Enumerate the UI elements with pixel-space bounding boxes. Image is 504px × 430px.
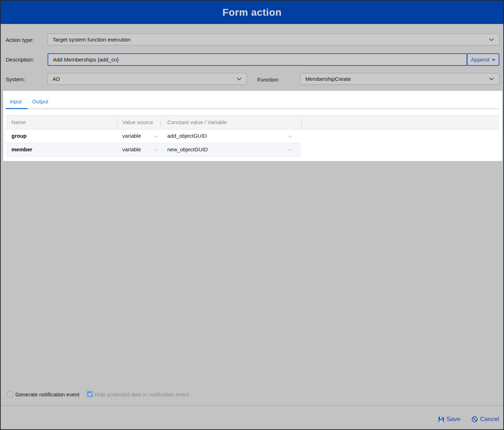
hide-protected-data-label: Hide protected data in notification even… [95, 391, 189, 397]
active-tab-indicator [6, 108, 28, 109]
tab-input[interactable]: Input [10, 98, 21, 104]
chevron-down-icon [236, 76, 242, 83]
system-label: System: [6, 76, 25, 82]
column-header-constant-value: Constant value / Variable [167, 119, 227, 125]
column-header-value-source: Value source [122, 119, 153, 125]
function-select[interactable]: MembershipCreate [300, 73, 499, 85]
hide-protected-data-checkbox[interactable] [87, 391, 93, 397]
cancel-button[interactable]: Cancel [471, 416, 499, 423]
append-button-label: Append [471, 57, 489, 63]
generate-notification-label: Generate notification event [15, 391, 79, 397]
chevron-down-icon [489, 37, 494, 44]
function-label: Function: [257, 77, 280, 83]
cancel-icon [471, 416, 478, 422]
cancel-button-label: Cancel [480, 416, 499, 423]
action-type-select[interactable]: Target system function execution [48, 34, 499, 45]
table-header-row: Name Value source Constant value / Varia… [6, 116, 499, 130]
value-source-select[interactable]: variable [122, 133, 141, 139]
function-value: MembershipCreate [305, 76, 351, 82]
column-divider [301, 119, 302, 126]
table-row-group: group variable add_objectGUID [6, 130, 301, 143]
dialog-title: Form action [222, 7, 282, 18]
save-button-label: Save [446, 416, 460, 423]
footer-divider [1, 405, 503, 406]
variable-select[interactable]: add_objectGUID [167, 133, 207, 139]
column-header-name: Name [11, 119, 26, 125]
description-label: Description: [6, 57, 34, 63]
dropdown-arrow-icon [492, 59, 495, 61]
value-source-select[interactable]: variable [122, 146, 141, 152]
append-button[interactable]: Append [467, 53, 499, 66]
parameters-table: Name Value source Constant value / Varia… [6, 115, 499, 156]
variable-select[interactable]: new_objectGUID [167, 146, 208, 152]
chevron-down-icon[interactable] [153, 134, 158, 141]
form-action-dialog: Form action Action type: Target system f… [0, 0, 504, 430]
chevron-down-icon[interactable] [287, 134, 293, 141]
tab-bar-divider [6, 108, 499, 109]
tab-output[interactable]: Output [32, 98, 48, 104]
column-divider [117, 119, 118, 126]
param-name: member [11, 146, 32, 152]
dialog-titlebar: Form action [1, 1, 503, 24]
save-button[interactable]: Save [438, 416, 460, 423]
column-divider [161, 119, 161, 126]
chevron-down-icon [489, 76, 494, 83]
description-input[interactable]: Add Memberships {add_cn} [48, 53, 467, 66]
parameters-panel: Input Output Name Value source Constant … [3, 91, 502, 161]
system-value: AD [53, 76, 60, 82]
table-row-member: member variable new_objectGUID [6, 143, 301, 157]
system-select[interactable]: AD [48, 73, 247, 85]
chevron-down-icon[interactable] [153, 147, 158, 154]
action-type-label: Action type: [6, 37, 34, 43]
chevron-down-icon[interactable] [287, 147, 293, 154]
checkmark-icon [88, 392, 92, 396]
generate-notification-checkbox[interactable] [7, 391, 13, 397]
action-type-value: Target system function execution [53, 36, 130, 43]
save-icon [438, 416, 444, 422]
param-name: group [11, 133, 27, 139]
